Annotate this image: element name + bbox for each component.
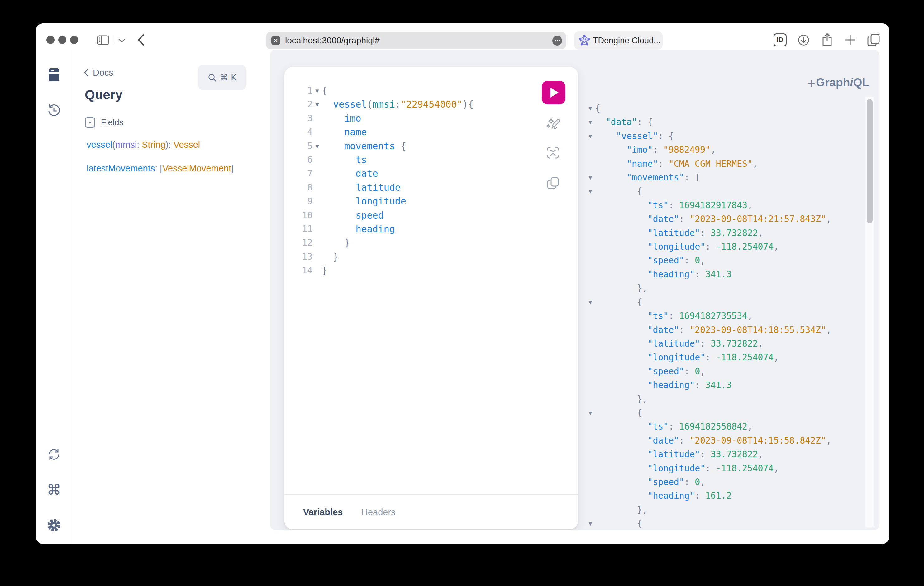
keyboard-shortcuts-icon[interactable]: ⌘ [46,482,61,497]
fold-gutter [586,254,595,267]
docs-back-label: Docs [93,68,114,78]
code-line: 7 date [289,167,474,180]
docs-field-latest-movements[interactable]: latestMovements: [VesselMovement] [87,163,234,174]
page-options-icon[interactable] [552,36,562,46]
window-minimize-button[interactable] [58,36,66,44]
password-extension-icon[interactable]: iD [774,33,787,46]
settings-gear-icon[interactable] [46,518,61,533]
history-icon[interactable] [46,103,61,118]
chevron-down-icon[interactable] [118,38,125,43]
graphiql-logo[interactable]: GraphiQL [816,76,869,89]
copy-query-icon[interactable] [546,175,561,190]
fold-arrow-icon[interactable]: ▼ [586,102,595,115]
fold-gutter [586,448,595,461]
downloads-icon[interactable] [798,34,809,46]
line-number: 9 [289,195,312,208]
code-line: "heading": 341.3 [586,378,832,392]
fold-arrow-icon[interactable]: ▼ [586,517,595,530]
new-tab-icon[interactable] [845,34,856,46]
fold-gutter [312,153,322,167]
url-text[interactable]: localhost:3000/graphiql# [285,36,552,46]
fold-gutter [586,157,595,171]
fold-gutter [586,337,595,351]
fold-gutter [586,212,595,226]
code-line: ▼ "vessel": { [586,129,832,143]
tab-headers[interactable]: Headers [361,495,396,529]
docs-title: Query [85,87,122,102]
sidebar-toggle-icon[interactable] [97,35,109,45]
back-button[interactable] [137,34,145,46]
code-line: "speed": 0, [586,254,832,267]
code-line: ▼{ [586,102,832,115]
line-number: 5 [289,139,312,153]
address-bar[interactable]: ✕ localhost:3000/graphiql# [266,32,566,49]
docs-search-button[interactable]: ⌘ K [198,65,246,90]
fold-gutter [312,195,322,208]
fold-arrow-icon[interactable]: ▼ [586,295,595,309]
fold-gutter [586,378,595,392]
fold-gutter [586,281,595,295]
fold-gutter [586,240,595,254]
fold-gutter [586,226,595,240]
merge-fragments-icon[interactable] [546,145,561,160]
fold-arrow-icon[interactable]: ▼ [586,185,595,198]
favorite-tab-tdengine[interactable]: TDengine Cloud... [574,31,663,50]
code-line: "ts": 1694182917843, [586,199,832,212]
fold-arrow-icon[interactable]: ▼ [312,84,322,98]
window-zoom-button[interactable] [70,36,78,44]
code-line: 14} [289,264,474,277]
code-line: "heading": 341.3 [586,268,832,281]
fold-gutter [586,365,595,378]
code-line: "longitude": -118.254074, [586,351,832,364]
line-number: 6 [289,153,312,167]
docs-book-icon[interactable] [46,67,61,82]
execute-query-button[interactable] [542,81,566,104]
fold-arrow-icon[interactable]: ▼ [312,98,322,111]
fold-gutter [586,309,595,323]
line-number: 3 [289,112,312,125]
favorite-tab-label: TDengine Cloud... [593,36,661,46]
code-line: "latitude": 33.732822, [586,226,832,240]
fold-gutter [586,268,595,281]
refetch-schema-icon[interactable] [46,447,61,462]
fold-arrow-icon[interactable]: ▼ [586,406,595,420]
window-close-button[interactable] [46,36,54,44]
editor-footer: Variables Headers [284,494,578,529]
line-number: 4 [289,125,312,139]
fold-gutter [586,420,595,434]
code-line: "date": "2023-09-08T14:18:55.534Z", [586,323,832,337]
toolbar-divider [113,35,114,45]
code-line: ▼ "data": { [586,115,832,129]
code-line: ▼ { [586,517,832,530]
response-scrollbar[interactable] [865,97,874,527]
fold-arrow-icon[interactable]: ▼ [586,115,595,129]
code-line: ▼ { [586,185,832,198]
query-editor-card: 1▼{2▼ vessel(mmsi:"229454000"){3 imo4 na… [284,67,578,529]
fold-arrow-icon[interactable]: ▼ [586,171,595,185]
prettify-icon[interactable] [546,116,561,131]
graphiql-app: ⌘ Docs ⌘ K Query Fields [36,50,889,544]
query-editor[interactable]: 1▼{2▼ vessel(mmsi:"229454000"){3 imo4 na… [289,84,474,278]
docs-breadcrumb[interactable]: Docs [84,66,114,79]
code-line: 2▼ vessel(mmsi:"229454000"){ [289,98,474,111]
fold-arrow-icon[interactable]: ▼ [586,129,595,143]
fold-gutter [312,209,322,222]
code-line: ▼ { [586,406,832,420]
docs-panel: Docs ⌘ K Query Fields vessel(mmsi: Strin… [73,50,270,544]
code-line: "speed": 0, [586,475,832,489]
fold-gutter [312,167,322,180]
browser-toolbar: ✕ localhost:3000/graphiql# TDengine Clou… [36,23,889,50]
tab-variables[interactable]: Variables [303,495,343,529]
scrollbar-thumb[interactable] [867,99,873,223]
code-line: 5▼ movements { [289,139,474,153]
tab-overview-icon[interactable] [867,33,880,46]
code-line: "ts": 1694182558842, [586,420,832,434]
chevron-left-icon [84,69,89,77]
docs-field-vessel[interactable]: vessel(mmsi: String): Vessel [87,140,200,150]
line-number: 11 [289,222,312,236]
fold-gutter [312,112,322,125]
workspace: 1▼{2▼ vessel(mmsi:"229454000"){3 imo4 na… [270,50,879,530]
share-icon[interactable] [822,33,833,46]
fold-gutter [312,222,322,236]
fold-arrow-icon[interactable]: ▼ [312,139,322,153]
